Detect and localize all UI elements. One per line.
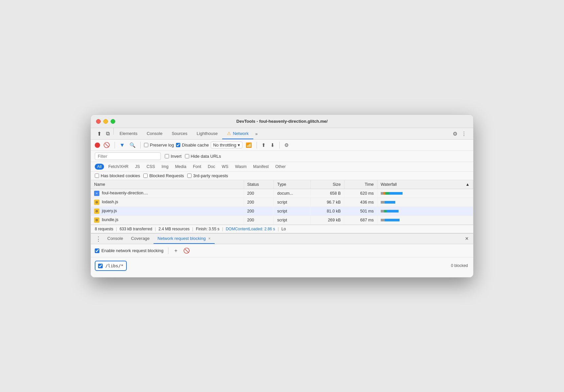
- bottom-more-menu-icon[interactable]: ⋮: [93, 235, 103, 243]
- wifi-icon[interactable]: 📶: [244, 142, 253, 149]
- clear-icon[interactable]: 🚫: [102, 141, 111, 149]
- resource-type-ws[interactable]: WS: [219, 164, 230, 170]
- bottom-tab-console[interactable]: Console: [103, 234, 127, 244]
- hide-data-urls-input[interactable]: [185, 154, 189, 158]
- blocked-cookies-input[interactable]: [95, 174, 99, 178]
- preserve-log-checkbox[interactable]: Preserve log: [144, 143, 174, 147]
- col-size[interactable]: Size: [310, 180, 344, 189]
- cell-type: script: [274, 207, 310, 216]
- tab-spacer: [260, 128, 450, 139]
- filter-input[interactable]: [95, 152, 161, 160]
- more-options-icon[interactable]: ⋮: [460, 129, 468, 138]
- resource-type-font[interactable]: Font: [191, 164, 203, 170]
- warning-icon: ⚠: [227, 131, 231, 136]
- third-party-checkbox[interactable]: 3rd-party requests: [187, 173, 228, 178]
- settings-icon[interactable]: ⚙: [451, 129, 459, 138]
- tab-network[interactable]: ⚠ Network: [222, 128, 253, 139]
- minimize-button[interactable]: [103, 119, 108, 124]
- window-title: DevTools - foul-heavenly-direction.glitc…: [236, 119, 328, 124]
- bottom-content: /libs/* 0 blocked: [91, 257, 473, 277]
- cell-waterfall: [377, 216, 473, 225]
- filter-icon[interactable]: ▼: [118, 142, 126, 149]
- cell-name: ⊙ jquery.js: [91, 207, 244, 216]
- enable-blocking-label[interactable]: Enable network request blocking: [95, 248, 163, 253]
- network-settings-icon[interactable]: ⚙: [283, 142, 290, 149]
- js-icon: ⊙: [94, 200, 99, 205]
- throttle-select[interactable]: No throttling ▾: [211, 142, 242, 148]
- js-icon: ⊙: [94, 217, 99, 223]
- cell-type: script: [274, 198, 310, 207]
- invert-checkbox[interactable]: Invert: [165, 154, 182, 159]
- divider: |: [278, 227, 279, 231]
- col-name[interactable]: Name: [91, 180, 244, 189]
- download-icon[interactable]: ⬇: [269, 142, 276, 149]
- record-button[interactable]: [95, 143, 100, 148]
- divider: [113, 128, 114, 135]
- blocking-rule-item[interactable]: /libs/*: [95, 261, 127, 271]
- cell-status: 200: [244, 198, 274, 207]
- col-time[interactable]: Time: [344, 180, 377, 189]
- main-tab-bar: ⬆ ⧉ Elements Console Sources Lighthouse …: [91, 128, 473, 140]
- invert-input[interactable]: [165, 154, 169, 158]
- blocked-requests-checkbox[interactable]: Blocked Requests: [143, 173, 184, 178]
- col-status[interactable]: Status: [244, 180, 274, 189]
- resource-type-wasm[interactable]: Wasm: [233, 164, 249, 170]
- upload-icon[interactable]: ⬆: [260, 142, 267, 149]
- bottom-tab-network-blocking[interactable]: Network request blocking ×: [154, 234, 215, 244]
- rule-checkbox[interactable]: [98, 264, 103, 268]
- table-row[interactable]: ⊙ bundle.js 200 script 269 kB 687 ms: [91, 216, 473, 225]
- cell-size: 658 B: [310, 189, 344, 198]
- table-row[interactable]: ≡ foul-heavenly-direction.... 200 docum.…: [91, 189, 473, 198]
- tab-sources[interactable]: Sources: [167, 128, 192, 139]
- tab-lighthouse[interactable]: Lighthouse: [192, 128, 223, 139]
- bottom-tab-coverage[interactable]: Coverage: [127, 234, 154, 244]
- disable-cache-checkbox[interactable]: Disable cache: [176, 143, 209, 147]
- resource-type-img[interactable]: Img: [159, 164, 171, 170]
- search-icon[interactable]: 🔍: [128, 142, 137, 149]
- preserve-log-input[interactable]: [144, 143, 148, 147]
- devtools-window: DevTools - foul-heavenly-direction.glitc…: [90, 114, 474, 278]
- more-tabs-icon[interactable]: »: [253, 128, 260, 139]
- table-row[interactable]: ⊙ jquery.js 200 script 81.0 kB 501 ms: [91, 207, 473, 216]
- col-waterfall[interactable]: Waterfall ▲: [377, 180, 473, 189]
- requests-count: 8 requests: [95, 227, 113, 231]
- blocked-requests-input[interactable]: [143, 174, 148, 178]
- resource-type-doc[interactable]: Doc: [205, 164, 217, 170]
- device-toolbar-icon[interactable]: ⧉: [104, 128, 112, 139]
- col-type[interactable]: Type: [274, 180, 310, 189]
- tab-console[interactable]: Console: [142, 128, 167, 139]
- block-all-icon[interactable]: 🚫: [182, 247, 191, 254]
- resource-type-manifest[interactable]: Manifest: [251, 164, 271, 170]
- table-row[interactable]: ⊙ lodash.js 200 script 96.7 kB 436 ms: [91, 198, 473, 207]
- finish-time: Finish: 3.55 s: [196, 227, 219, 231]
- hide-data-urls-checkbox[interactable]: Hide data URLs: [185, 154, 221, 159]
- divider: |: [222, 227, 223, 231]
- resources-size: 2.4 MB resources: [159, 227, 190, 231]
- close-tab-icon[interactable]: ×: [208, 236, 211, 241]
- resource-filter-bar: All Fetch/XHR JS CSS Img Media Font Doc …: [91, 162, 473, 172]
- maximize-button[interactable]: [111, 119, 115, 124]
- chevron-down-icon: ▾: [238, 143, 240, 147]
- resource-type-fetch-xhr[interactable]: Fetch/XHR: [106, 164, 131, 170]
- add-rule-icon[interactable]: +: [173, 247, 179, 254]
- cell-size: 269 kB: [310, 216, 344, 225]
- cell-waterfall: [377, 207, 473, 216]
- load-label: Lo: [281, 227, 286, 231]
- resource-type-media[interactable]: Media: [173, 164, 189, 170]
- resource-type-all[interactable]: All: [95, 164, 104, 170]
- close-button[interactable]: [96, 119, 101, 124]
- bottom-tab-bar: ⋮ Console Coverage Network request block…: [91, 234, 473, 244]
- close-bottom-panel-icon[interactable]: ×: [463, 235, 471, 243]
- blocked-filters-bar: Has blocked cookies Blocked Requests 3rd…: [91, 172, 473, 180]
- cell-type: script: [274, 216, 310, 225]
- cursor-icon[interactable]: ⬆: [95, 128, 104, 139]
- resource-type-other[interactable]: Other: [273, 164, 288, 170]
- tab-elements[interactable]: Elements: [115, 128, 142, 139]
- resource-type-css[interactable]: CSS: [144, 164, 158, 170]
- filter-checks: Invert Hide data URLs: [165, 154, 221, 159]
- third-party-input[interactable]: [187, 174, 192, 178]
- enable-blocking-checkbox[interactable]: [95, 248, 99, 253]
- disable-cache-input[interactable]: [176, 143, 180, 147]
- resource-type-js[interactable]: JS: [133, 164, 142, 170]
- blocked-cookies-checkbox[interactable]: Has blocked cookies: [95, 173, 140, 178]
